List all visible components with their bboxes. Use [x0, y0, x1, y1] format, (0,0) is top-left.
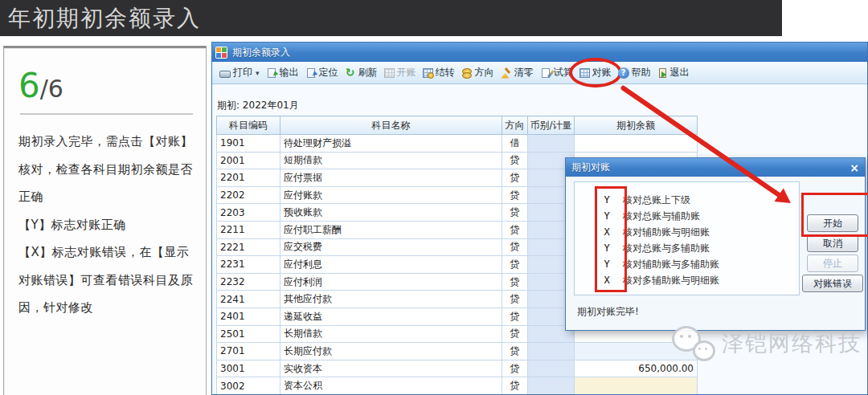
- cell-direction: 贷: [502, 169, 528, 187]
- check-item: Y 核对总账与多辅助账: [575, 240, 799, 256]
- header-opening-balance: 期初余额: [575, 116, 698, 135]
- table-row: 2701 长期应付款 贷: [217, 343, 698, 360]
- check-item: X 核对辅助账与明细账: [575, 224, 799, 240]
- cell-currency: [528, 135, 575, 153]
- cell-balance[interactable]: [575, 135, 698, 153]
- header-direction: 方向: [502, 116, 528, 135]
- export-button[interactable]: 输出: [263, 64, 302, 81]
- check-label: 核对总账与多辅助账: [623, 242, 710, 255]
- reconcile-button[interactable]: 对账: [576, 64, 615, 81]
- cell-code: 2203: [217, 204, 280, 222]
- clear-button[interactable]: 清零: [497, 64, 537, 81]
- check-label: 核对多辅助账与明细账: [623, 274, 719, 287]
- print-dropdown-caret[interactable]: ▾: [256, 69, 260, 77]
- check-item: Y 核对总账与辅助账: [575, 208, 799, 224]
- cell-name: 应付票据: [280, 169, 502, 187]
- cell-currency: [528, 343, 575, 360]
- check-mark: Y: [602, 210, 612, 222]
- stop-button: 停止: [807, 255, 858, 272]
- table-header-row: 科目编码 科目名称 方向 币别/计量 期初余额: [217, 116, 698, 135]
- cell-balance[interactable]: 650,000.00: [575, 360, 698, 377]
- cell-direction: 贷: [502, 273, 528, 291]
- cell-code: 2001: [217, 152, 280, 169]
- cell-code: 1901: [217, 135, 280, 153]
- cell-direction: 贷: [502, 256, 528, 274]
- cell-name: 长期借款: [280, 325, 502, 343]
- trial-balance-button[interactable]: 试算: [537, 64, 576, 81]
- cell-code: 2211: [217, 221, 280, 238]
- check-item: Y 核对辅助账与多辅助账: [575, 256, 799, 272]
- check-mark: X: [602, 226, 612, 238]
- cell-name: 实收资本: [280, 360, 502, 377]
- tutorial-panel: 6 /6 期初录入完毕，需点击【对账】核对，检查各科目期初余额是否正确 【Y】标…: [3, 46, 207, 395]
- top-banner: 年初期初余额录入: [0, 0, 782, 36]
- reconcile-errors-button[interactable]: 对账错误: [802, 275, 863, 292]
- cell-name: 应付利息: [280, 256, 502, 274]
- start-button[interactable]: 开始: [807, 214, 858, 232]
- table-row: 3001 实收资本 贷 650,000.00: [217, 360, 698, 377]
- cell-name: 应付职工薪酬: [280, 221, 502, 238]
- tutorial-paragraph: 【X】标志对账错误，在【显示对账错误】可查看错误科目及原因，针对修改: [18, 238, 194, 322]
- carryover-button[interactable]: 结转: [420, 64, 458, 81]
- header-account-name: 科目名称: [280, 116, 502, 135]
- help-button[interactable]: ? 帮助: [615, 64, 654, 81]
- refresh-button[interactable]: ↻ 刷新: [342, 64, 381, 81]
- cell-code: 3001: [217, 360, 280, 377]
- header-account-code: 科目编码: [217, 116, 280, 135]
- cell-name: 长期应付款: [280, 343, 502, 360]
- check-mark: Y: [602, 242, 612, 254]
- cancel-button[interactable]: 取消: [807, 234, 858, 252]
- clear-icon: [501, 67, 512, 79]
- help-icon: ?: [618, 67, 629, 79]
- check-mark: Y: [602, 259, 612, 270]
- cell-name: 应交税费: [280, 238, 502, 256]
- print-button[interactable]: 打印 ▾: [216, 64, 263, 81]
- cell-direction: 贷: [502, 325, 528, 343]
- check-item: X 核对多辅助账与明细账: [575, 272, 799, 288]
- cell-currency: [528, 360, 575, 377]
- dialog-titlebar: 期初对账 ×: [566, 158, 865, 177]
- dialog-title: 期初对账: [571, 161, 610, 174]
- divider: [20, 113, 193, 115]
- period-label: 期初: 2022年01月: [217, 99, 299, 112]
- check-label: 核对辅助账与明细账: [623, 226, 710, 239]
- cell-balance[interactable]: [575, 343, 698, 360]
- cell-code: 2202: [217, 186, 280, 204]
- cell-code: 3002: [217, 377, 280, 395]
- cell-name: 应付利润: [280, 273, 502, 291]
- cell-code: 2701: [217, 343, 280, 360]
- carryover-icon: [423, 68, 433, 78]
- cell-direction: 贷: [502, 291, 528, 308]
- exit-button[interactable]: 退出: [654, 64, 693, 81]
- check-mark: X: [602, 275, 612, 286]
- cell-direction: 贷: [502, 343, 528, 360]
- cell-name: 待处理财产损溢: [280, 135, 502, 153]
- direction-button[interactable]: 方向: [458, 64, 497, 81]
- reconcile-icon: [579, 68, 590, 78]
- export-icon: [268, 68, 276, 78]
- check-label: 核对总账上下级: [623, 193, 690, 207]
- cell-name: 资本公积: [280, 377, 502, 395]
- cell-currency: [528, 377, 575, 395]
- window-title: 期初余额录入: [232, 46, 290, 59]
- header-currency: 币别/计量: [528, 116, 575, 135]
- toolbar: 打印 ▾ 输出 定位 ↻ 刷新 开账 结转: [212, 62, 867, 84]
- screenshot-stage: 年初期初余额录入 6 /6 期初录入完毕，需点击【对账】核对，检查各科目期初余额…: [0, 0, 868, 395]
- tutorial-paragraph: 期初录入完毕，需点击【对账】核对，检查各科目期初余额是否正确: [18, 128, 194, 211]
- cell-name: 其他应付款: [280, 291, 502, 308]
- locate-button[interactable]: 定位: [302, 64, 342, 81]
- cell-direction: 贷: [502, 221, 528, 238]
- cell-direction: 贷: [502, 204, 528, 222]
- cell-code: 2501: [217, 325, 280, 343]
- cell-direction: 贷: [502, 238, 528, 256]
- cell-balance-selected[interactable]: [575, 377, 698, 395]
- check-list: Y 核对总账上下级 Y 核对总账与辅助账 X 核对辅助账与明细账 Y 核对总账与…: [574, 181, 800, 295]
- open-account-icon: [384, 68, 395, 78]
- cell-code: 2401: [217, 307, 280, 325]
- check-label: 核对辅助账与多辅助账: [623, 258, 719, 271]
- table-row: 3002 资本公积 贷: [217, 377, 698, 395]
- tutorial-paragraph: 【Y】标志对账正确: [18, 211, 194, 239]
- close-icon[interactable]: ×: [850, 162, 859, 173]
- step-total: /6: [40, 75, 63, 103]
- check-mark: Y: [602, 194, 612, 206]
